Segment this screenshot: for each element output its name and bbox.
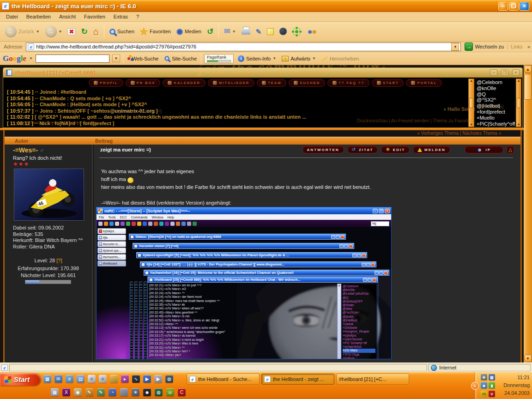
switchbar-scooter-vi[interactable]: #scooter-vi... — [97, 241, 126, 247]
highlight-button[interactable]: Hervorheben — [320, 56, 361, 61]
home-button[interactable]: ⌂ — [91, 23, 101, 40]
nick-fo-na-rd[interactable]: +fo[NA]rd — [343, 334, 375, 338]
nick-cadrat[interactable]: +cadrat — [343, 322, 375, 326]
links-chevron-icon[interactable]: » — [527, 44, 530, 49]
button-zitat[interactable]: ↺ZITAT — [347, 146, 378, 153]
minimize-button[interactable]: – — [498, 2, 508, 11]
messenger-user-icon[interactable]: ☻ — [481, 382, 487, 389]
author-name[interactable]: -=Wes=- ♂ — [13, 146, 44, 154]
nav-button-start[interactable]: START — [372, 79, 404, 87]
mouse-icon[interactable] — [120, 388, 128, 396]
mirc-window-titlebar[interactable]: #planet-speedfight [5] [+mnt]: %% %% %% … — [136, 252, 367, 258]
user-q[interactable]: @Q — [477, 91, 514, 97]
tray-clock[interactable]: 11:21 Donnerstag 24.04.2003 — [503, 374, 530, 397]
page-scroll-down-icon[interactable]: ▼ — [524, 355, 532, 362]
chat-scrollbar[interactable]: ▲▼ — [468, 79, 474, 127]
winamp-icon[interactable] — [132, 375, 140, 383]
phone-icon[interactable] — [166, 388, 174, 396]
nav-button-pn-box[interactable]: PN BOX — [126, 79, 161, 87]
mirc-window-titlebar[interactable]: #schweinfurt [16] [+Cntl 25]: Welcome to… — [144, 270, 389, 276]
scroll-thumb[interactable] — [517, 98, 521, 108]
messenger-button[interactable]: ☻☻ — [304, 23, 318, 40]
mirc-window-titlebar[interactable]: #jts [14] [+Cntl 1337]: .... |-|-|- ][ #… — [140, 261, 376, 267]
scroll-down-icon[interactable]: ▼ — [470, 123, 473, 127]
header-minimize-icon[interactable]: – — [490, 69, 497, 76]
nick-sc00zle[interactable]: @^sc00zle^ — [343, 311, 375, 314]
menu-item-favoriten[interactable]: Favoriten — [80, 13, 109, 20]
pens-icon[interactable] — [97, 388, 105, 396]
menu-item-datei[interactable]: Datei — [2, 13, 22, 20]
level-help-link[interactable]: [?] — [56, 258, 62, 263]
page-scroll-thumb[interactable] — [524, 74, 532, 100]
cpu-cool-icon[interactable] — [178, 388, 186, 396]
cd-player-icon[interactable] — [74, 388, 82, 396]
search-button[interactable]: Suchen — [107, 23, 137, 40]
skull-icon[interactable] — [143, 388, 151, 396]
pagerank-widget[interactable]: PageRank — [204, 54, 234, 63]
antivir-shield-icon[interactable]: V — [489, 391, 495, 397]
address-dropdown-icon[interactable]: ▼ — [451, 43, 459, 51]
nick-sehtos-off[interactable]: @Sehtos|OFF — [343, 300, 375, 303]
edit-button[interactable]: ✎ — [254, 23, 264, 40]
glory-xxl-icon[interactable] — [62, 388, 70, 396]
links-label[interactable]: Links — [508, 44, 526, 49]
nick-shaki[interactable]: @Shaki — [343, 303, 375, 307]
nav-button-profil[interactable]: PROFIL — [89, 79, 123, 87]
nav-button-mitglieder[interactable]: MITGLIEDER — [208, 79, 254, 87]
button-melden[interactable]: MELDEN — [413, 146, 450, 153]
text-doc-2-icon[interactable] — [99, 375, 107, 383]
page-info-button[interactable]: i Seiten-Info ▼ — [236, 55, 278, 62]
refresh-button[interactable]: ↻ — [79, 23, 90, 40]
address-field[interactable]: e ▼ — [26, 42, 461, 51]
notes-icon[interactable] — [77, 375, 85, 383]
thread-navigation[interactable]: « Vorheriges Thema | Nächstes Thema » — [5, 130, 520, 137]
show-desktop-icon[interactable] — [43, 375, 51, 383]
user-muello[interactable]: +Muello — [477, 115, 514, 121]
google-logo[interactable]: Google — [3, 54, 26, 63]
nick-hungmor-reaper[interactable]: +Hungmor_Reaper — [343, 330, 375, 333]
nick-schaentotos[interactable]: +schaentotos — [343, 345, 375, 349]
up-button[interactable]: ↑ Aufwärts ▼ — [280, 56, 317, 61]
windows-media-player-icon[interactable] — [143, 375, 151, 383]
task-hellboard-21-c[interactable]: ▦#hellboard [21] [+C... — [336, 374, 409, 385]
nav-button-portal[interactable]: PORTAL — [406, 79, 441, 87]
restore-button[interactable]: ❐ — [509, 2, 519, 11]
nick-ty-onl[interactable]: +ty@onl — [343, 357, 375, 359]
folder-icon[interactable] — [110, 375, 118, 383]
back-button[interactable]: ← Zurück ▼ — [3, 23, 42, 40]
nick-gard-benner[interactable]: +Gard`benner — [343, 338, 375, 341]
scroll-top-button[interactable]: △ — [507, 146, 514, 153]
back-dropdown-icon[interactable]: ▼ — [36, 30, 40, 34]
user-sx2[interactable]: @^SX2^ — [477, 97, 514, 103]
page-scroll-up-icon[interactable]: ▲ — [524, 66, 532, 73]
google-search-input[interactable] — [36, 54, 109, 63]
google-search-dropdown-icon[interactable]: ▼ — [112, 54, 120, 62]
user-celeborn[interactable]: @Celeborn — [477, 79, 514, 85]
userlist-scrollbar[interactable]: ▲▼ — [516, 79, 521, 127]
forward-dropdown-icon[interactable]: ▼ — [59, 30, 62, 34]
mirc-menu-help[interactable]: Help — [168, 216, 174, 219]
nav-button-faq[interactable]: ?? FAQ ?? — [327, 79, 369, 87]
tray-collapse-icon[interactable]: ‹ — [471, 382, 479, 390]
go-button[interactable]: → Wechseln zu — [463, 42, 506, 51]
outlook-express-icon[interactable] — [54, 375, 62, 383]
history-button[interactable]: ↺ — [205, 23, 216, 40]
media-button[interactable]: ◉ Medien — [174, 23, 204, 40]
nick-knolle[interactable]: @knOlle — [343, 288, 375, 292]
media-play-icon[interactable] — [154, 375, 162, 383]
network-icon[interactable]: ▥ — [489, 374, 495, 381]
internet-explorer-icon[interactable] — [66, 375, 73, 383]
nick-q[interactable]: @Q — [343, 296, 375, 300]
nick-celeborn[interactable]: @Celeborn — [343, 284, 375, 288]
nick-sto-mars[interactable]: +sTo`Mars — [343, 349, 375, 352]
nick-wes[interactable]: @Wes — [343, 307, 375, 311]
nick-titu-orga[interactable]: +TiTU`Orga — [343, 353, 375, 357]
mirc-menu-dcc[interactable]: DCC — [120, 216, 127, 219]
icq-button[interactable] — [290, 23, 303, 40]
switchbar-planet-spe[interactable]: #planet-spe... — [97, 248, 126, 254]
network-app-icon[interactable] — [165, 375, 173, 383]
scroll-up-icon[interactable]: ▲ — [470, 79, 473, 83]
switchbar-fo-na-rd[interactable]: fo[NA]rd — [97, 228, 126, 234]
timer-icon[interactable] — [109, 388, 116, 396]
zonealarm-icon[interactable]: ZA — [481, 391, 487, 397]
